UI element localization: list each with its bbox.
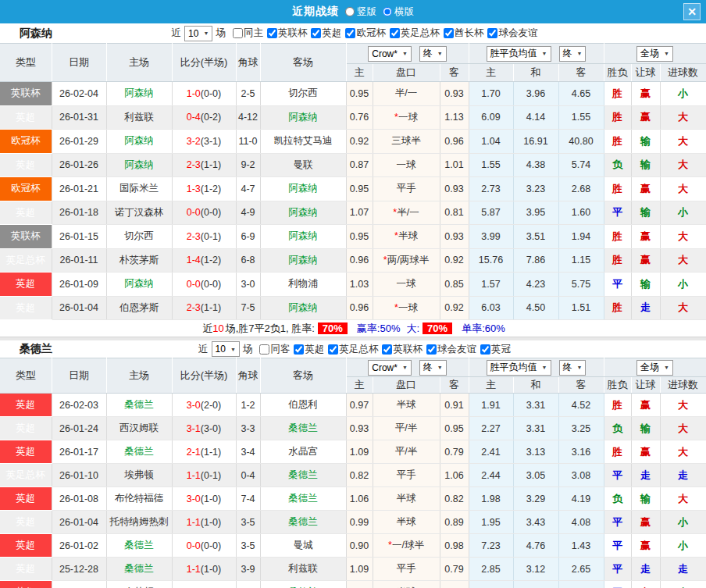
- league-checkbox[interactable]: [345, 28, 355, 38]
- recent-count-select[interactable]: 10 ▼: [184, 26, 212, 41]
- fulltime-score: 2-3: [187, 231, 201, 242]
- away-team: 曼城: [260, 534, 346, 558]
- scope-select[interactable]: 全场 ▼: [636, 360, 673, 376]
- odds-draw: 4.14: [513, 105, 558, 130]
- competition-badge: 英超: [0, 394, 52, 417]
- fulltime-score: 1-1: [187, 470, 201, 481]
- match-row: 英超26-01-09阿森纳0-0(0-0)3-0利物浦1.03一球0.851.5…: [0, 273, 706, 297]
- result-outcome: 平: [604, 201, 631, 225]
- away-team: 桑德兰: [260, 487, 346, 511]
- layout-horizontal-option[interactable]: 横版: [383, 5, 414, 19]
- odds-company-select[interactable]: Crow* ▼: [368, 46, 412, 62]
- handicap-line: 平/半: [373, 440, 440, 464]
- league-filter[interactable]: 英联杯: [378, 343, 423, 356]
- recent-count-select[interactable]: 10 ▼: [212, 341, 240, 357]
- match-date: 26-01-04: [52, 511, 106, 534]
- competition-badge: 英超: [0, 440, 52, 464]
- handicap-line: 三球半: [373, 130, 440, 154]
- result-outcome: 胜: [604, 394, 631, 417]
- handicap-line-text: 半球: [398, 230, 418, 241]
- league-checkbox[interactable]: [382, 344, 392, 355]
- odds-draw: 3.13: [513, 440, 558, 464]
- sub-away-odds: 客: [440, 377, 469, 394]
- league-checkbox[interactable]: [328, 344, 338, 355]
- panel-title: 近期战绩: [292, 5, 339, 19]
- sub-goals-result: 进球数: [660, 377, 706, 394]
- result-outcome: 胜: [604, 440, 631, 464]
- odds-draw: 3.12: [513, 558, 558, 581]
- handicap-away-odds: 0.89: [440, 511, 469, 534]
- competition-badge: 英超: [0, 201, 52, 225]
- league-filter[interactable]: 英足总杯: [324, 343, 378, 356]
- matches-table-sunderland: 类型 日期 主场 比分(半场) 角球 客场 Crow* ▼ 终 ▼: [0, 358, 706, 588]
- league-checkbox[interactable]: [294, 344, 304, 355]
- close-button[interactable]: ✕: [683, 3, 701, 20]
- layout-vertical-option[interactable]: 竖版: [345, 5, 376, 19]
- col-type: 类型: [0, 44, 52, 82]
- league-filter[interactable]: 酋长杯: [440, 27, 484, 40]
- league-filter[interactable]: 英超: [290, 343, 324, 356]
- handicap-line-text: 平手: [397, 469, 416, 480]
- same-venue-filter[interactable]: 同主: [229, 27, 263, 40]
- chevron-down-icon: ▼: [542, 51, 547, 56]
- scope-select[interactable]: 全场 ▼: [636, 46, 673, 62]
- odds-company-select[interactable]: Crow* ▼: [368, 360, 412, 376]
- league-filter[interactable]: 英冠: [476, 343, 511, 356]
- odds-draw: 7.86: [513, 248, 558, 273]
- result-outcome: 平: [604, 511, 631, 534]
- league-checkbox[interactable]: [426, 344, 437, 355]
- summary-part: 大:: [406, 322, 419, 336]
- league-filter[interactable]: 英足总杯: [386, 27, 440, 40]
- handicap-line: 半球: [373, 394, 440, 417]
- halftime-score: (0-0): [201, 207, 221, 218]
- handicap-home-odds: 0.95: [346, 82, 373, 106]
- handicap-home-odds: 0.87: [346, 581, 373, 588]
- handicap-select-cell: Crow* ▼ 终 ▼: [346, 358, 469, 377]
- handicap-away-odds: 1.13: [440, 105, 469, 130]
- same-venue-filter[interactable]: 同客: [255, 343, 290, 356]
- result-goals: 大: [660, 440, 706, 464]
- handicap-line: 半球: [373, 581, 440, 588]
- fulltime-score: 2-1: [187, 447, 201, 458]
- handicap-line-text: 两/两球半: [387, 255, 429, 265]
- league-filter[interactable]: 球会友谊: [483, 27, 537, 40]
- handicap-line-text: 三球半: [391, 135, 421, 146]
- league-checkbox[interactable]: [487, 28, 497, 38]
- final-avg-select[interactable]: 终 ▼: [559, 360, 587, 376]
- summary-part: 赢率:50%: [357, 322, 401, 336]
- handicap-away-odds: 0.79: [440, 558, 469, 581]
- league-checkbox[interactable]: [390, 28, 400, 38]
- league-filter[interactable]: 英超: [307, 27, 341, 40]
- league-checkbox[interactable]: [480, 344, 490, 355]
- avg-odds-select[interactable]: 胜平负均值 ▼: [487, 46, 551, 62]
- final-odds-select[interactable]: 终 ▼: [419, 46, 447, 62]
- league-checkbox[interactable]: [311, 28, 321, 38]
- final-odds-select[interactable]: 终 ▼: [419, 360, 447, 376]
- odds-draw: 3.75: [513, 581, 558, 588]
- corner-count: 3-9: [236, 558, 260, 581]
- vertical-radio[interactable]: [345, 7, 355, 16]
- match-date: 26-01-31: [52, 105, 106, 130]
- handicap-home-odds: 0.95: [346, 225, 373, 249]
- corner-count: 6-8: [236, 248, 260, 273]
- odds-draw: 3.51: [513, 225, 558, 249]
- horizontal-radio[interactable]: [383, 7, 392, 16]
- league-filter[interactable]: 球会友谊: [423, 343, 476, 356]
- result-handicap: 赢: [631, 440, 660, 464]
- league-filter-group: 英联杯英超欧冠杯英足总杯酋长杯球会友谊: [263, 27, 538, 40]
- match-date: 25-12-28: [52, 558, 106, 581]
- avg-odds-select[interactable]: 胜平负均值 ▼: [487, 360, 551, 376]
- handicap-home-odds: 0.95: [346, 177, 373, 201]
- home-team: 阿森纳: [106, 273, 172, 297]
- halftime-score: (1-1): [201, 302, 221, 313]
- match-score: 1-0(0-0): [172, 82, 236, 106]
- same-venue-checkbox[interactable]: [233, 28, 243, 38]
- league-checkbox[interactable]: [444, 28, 454, 38]
- same-venue-checkbox[interactable]: [259, 344, 269, 355]
- halftime-score: (0-1): [201, 231, 221, 242]
- league-filter[interactable]: 英联杯: [263, 27, 308, 40]
- final-avg-select[interactable]: 终 ▼: [559, 46, 587, 62]
- matches-table-arsenal: 类型 日期 主场 比分(半场) 角球 客场 Crow* ▼ 终 ▼: [0, 43, 706, 320]
- league-checkbox[interactable]: [267, 28, 277, 38]
- league-filter[interactable]: 欧冠杯: [341, 27, 386, 40]
